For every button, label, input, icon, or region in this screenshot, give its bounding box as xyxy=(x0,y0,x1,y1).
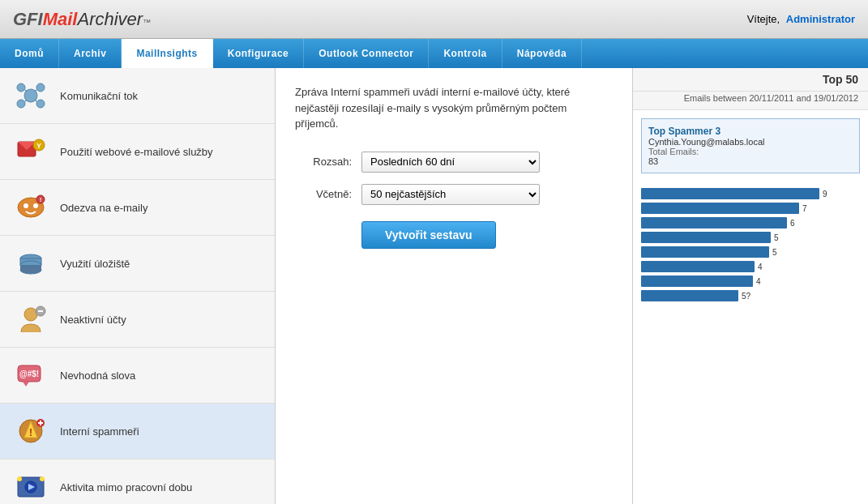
svg-point-2 xyxy=(36,83,45,92)
top-spammer-total-label: Total Emails: xyxy=(648,147,853,156)
bar-fill-3 xyxy=(641,232,771,243)
create-report-button[interactable]: Vytvořit sestavu xyxy=(361,221,496,249)
bar-row-6: 4 xyxy=(641,275,860,287)
svg-line-8 xyxy=(35,100,36,101)
welcome-message: Vítejte, Administrator xyxy=(747,13,855,25)
svg-text:@#$!: @#$! xyxy=(19,369,39,378)
tab-archiv[interactable]: Archiv xyxy=(59,39,122,68)
sidebar-label-komunikacni-tok: Komunikační tok xyxy=(60,90,138,102)
aktivita-icon xyxy=(13,469,49,504)
sidebar-item-odezva[interactable]: ! Odezva na e-maily xyxy=(0,180,275,236)
welcome-text: Vítejte, xyxy=(747,13,780,25)
svg-point-3 xyxy=(17,100,25,108)
main-nav: Domů Archiv MailInsights Konfigurace Out… xyxy=(0,39,868,68)
logo: GFI Mail Archiver ™ xyxy=(13,9,151,30)
logo-mail: Mail xyxy=(43,9,78,30)
svg-point-22 xyxy=(20,266,41,274)
sidebar: Komunikační tok Y Použití webové e-mailo… xyxy=(0,68,276,504)
bar-fill-5 xyxy=(641,261,755,272)
bar-row-4: 5 xyxy=(641,246,860,258)
sidebar-label-aktivita: Aktivita mimo pracovní dobu xyxy=(60,481,192,493)
sidebar-item-uloziste[interactable]: Využití úložiště xyxy=(0,236,275,292)
bar-label-2: 6 xyxy=(790,219,795,228)
svg-point-38 xyxy=(17,476,22,481)
tab-domu[interactable]: Domů xyxy=(0,39,59,68)
top-spammer-box: Top Spammer 3 Cynthia.Young@malabs.local… xyxy=(641,118,860,173)
tab-konfigurace[interactable]: Konfigurace xyxy=(213,39,305,68)
uloziste-icon xyxy=(13,246,49,281)
vcetne-select[interactable]: 50 nejčastějších 10 nejčastějších 25 nej… xyxy=(361,184,540,205)
logo-gfi: GFI xyxy=(13,9,43,30)
svg-point-23 xyxy=(24,308,37,321)
tab-mailinsights[interactable]: MailInsights xyxy=(122,39,212,68)
rozsah-select[interactable]: Posledních 60 dní Posledních 30 dní Posl… xyxy=(361,152,540,173)
interni-spam-icon: ! xyxy=(13,413,49,449)
sidebar-item-interni-spam[interactable]: ! Interní spammeři xyxy=(0,404,275,459)
sidebar-label-neaktivni: Neaktivní účty xyxy=(60,314,126,326)
sidebar-item-komunikacni-tok[interactable]: Komunikační tok xyxy=(0,68,275,124)
webove-emaily-icon: Y xyxy=(13,134,49,169)
panel-subtitle: Emails between 20/11/2011 and 19/01/2012 xyxy=(633,92,868,110)
sidebar-item-nevhodna[interactable]: @#$! Nevhodná slova xyxy=(0,348,275,404)
svg-line-7 xyxy=(25,100,27,101)
svg-line-6 xyxy=(35,90,36,92)
bar-label-3: 5 xyxy=(774,233,779,242)
header: GFI Mail Archiver ™ Vítejte, Administrat… xyxy=(0,0,868,39)
bar-fill-7 xyxy=(641,290,738,301)
rozsah-row: Rozsah: Posledních 60 dní Posledních 30 … xyxy=(295,152,613,173)
sidebar-item-aktivita[interactable]: Aktivita mimo pracovní dobu xyxy=(0,459,275,504)
bar-row-1: 7 xyxy=(641,203,860,214)
bar-row-7: 5? xyxy=(641,290,860,301)
logo-tm: ™ xyxy=(143,18,151,27)
tab-outlook[interactable]: Outlook Connector xyxy=(304,39,429,68)
top-spammer-total-count: 83 xyxy=(648,156,853,166)
right-panel: Top 50 Emails between 20/11/2011 and 19/… xyxy=(633,68,868,504)
nevhodna-icon: @#$! xyxy=(13,357,49,393)
sidebar-label-webove-emaily: Použití webové e-mailové služby xyxy=(60,146,213,158)
svg-point-1 xyxy=(17,83,25,92)
top-spammer-title: Top Spammer 3 xyxy=(648,126,853,137)
bar-label-4: 5 xyxy=(772,248,777,257)
top-spammer-email: Cynthia.Young@malabs.local xyxy=(648,137,853,147)
sidebar-label-uloziste: Využití úložiště xyxy=(60,258,130,270)
bar-label-7: 5? xyxy=(742,292,750,301)
tab-napoveda[interactable]: Nápověda xyxy=(502,39,582,68)
bar-fill-6 xyxy=(641,275,753,287)
bar-row-5: 4 xyxy=(641,261,860,272)
content-description: Zpráva Interní spammeři uvádí interní e-… xyxy=(295,84,611,132)
svg-line-5 xyxy=(25,90,27,92)
neaktivni-icon xyxy=(13,301,49,337)
komunikacni-tok-icon xyxy=(13,78,49,113)
sidebar-label-nevhodna: Nevhodná slova xyxy=(60,369,135,382)
rozsah-label: Rozsah: xyxy=(295,156,352,168)
bar-fill-0 xyxy=(641,188,819,199)
svg-text:!: ! xyxy=(29,427,32,438)
vcetne-row: Včetně: 50 nejčastějších 10 nejčastějšíc… xyxy=(295,184,613,205)
logo-archiver: Archiver xyxy=(77,9,143,30)
bar-row-2: 6 xyxy=(641,217,860,229)
vcetne-label: Včetně: xyxy=(295,188,352,200)
bar-label-5: 4 xyxy=(758,263,763,271)
bar-chart: 97655445? xyxy=(633,182,868,311)
bar-label-1: 7 xyxy=(802,204,807,213)
bar-fill-2 xyxy=(641,217,787,229)
sidebar-item-webove-emaily[interactable]: Y Použití webové e-mailové služby xyxy=(0,124,275,180)
tab-kontrola[interactable]: Kontrola xyxy=(429,39,502,68)
bar-label-6: 4 xyxy=(756,277,761,286)
bar-fill-1 xyxy=(641,203,799,214)
bar-row-3: 5 xyxy=(641,232,860,243)
svg-point-39 xyxy=(40,476,45,481)
sidebar-label-interni-spam: Interní spammeři xyxy=(60,425,139,438)
bar-label-0: 9 xyxy=(823,190,827,199)
svg-point-15 xyxy=(33,203,38,208)
sidebar-item-neaktivni[interactable]: Neaktivní účty xyxy=(0,292,275,348)
sidebar-label-odezva: Odezva na e-maily xyxy=(60,202,148,214)
svg-text:!: ! xyxy=(40,196,42,203)
bar-row-0: 9 xyxy=(641,188,860,199)
svg-text:Y: Y xyxy=(36,142,41,150)
admin-link[interactable]: Administrator xyxy=(786,13,855,25)
svg-point-14 xyxy=(24,203,28,208)
svg-point-4 xyxy=(36,100,45,108)
bar-fill-4 xyxy=(641,246,769,258)
panel-title: Top 50 xyxy=(633,68,868,92)
